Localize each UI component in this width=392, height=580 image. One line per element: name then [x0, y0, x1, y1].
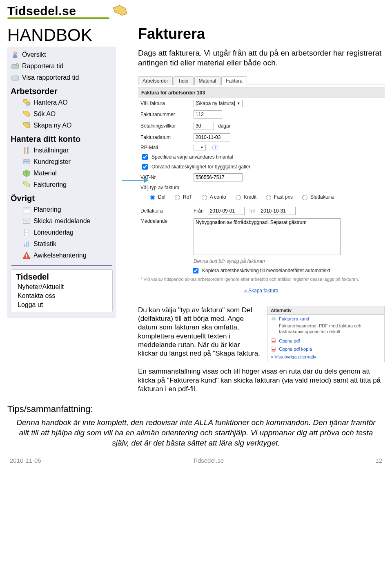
skapa-faktura-link[interactable]: » Skapa faktura	[244, 288, 278, 293]
tab-arbetsorder[interactable]: Arbetsorder	[138, 76, 173, 85]
svg-rect-28	[272, 318, 275, 320]
sidebar-item-installningar[interactable]: Inställningar	[10, 145, 114, 156]
help-note: * Vid val av tidsperiod sökes arbetsorde…	[138, 275, 385, 284]
sidebar-item-awikelse[interactable]: Awikelsehantering	[10, 250, 114, 261]
sidebar-tidsedel-box: Tidsedel Nyheter/Aktuellt Kontakta oss L…	[11, 269, 113, 312]
sidebar-item-statistik[interactable]: Statistik	[10, 238, 114, 250]
alternativ-box: Alternativ Fakturera kund Faktureringsme…	[267, 306, 385, 363]
radio-rot[interactable]: RoT	[173, 194, 192, 200]
till-input[interactable]	[259, 207, 296, 215]
checkbox-omvand[interactable]: Omvänd skatteskyldighet för byggtjänst g…	[138, 162, 385, 172]
svg-marker-27	[144, 177, 149, 183]
svg-rect-23	[28, 242, 29, 247]
row-vatnr: VAT-Nr	[138, 172, 385, 183]
datum-input[interactable]	[194, 133, 230, 141]
chk-specificera[interactable]	[142, 154, 148, 160]
sidebar-item-skapa-ao[interactable]: Skapa ny AO	[10, 120, 114, 131]
svg-rect-6	[12, 76, 19, 80]
alt-visa-ovriga[interactable]: » Visa övriga alternativ	[267, 353, 384, 362]
svg-rect-12	[24, 147, 26, 154]
row-delfaktura: Delfaktura Från Till	[138, 205, 385, 217]
svg-rect-21	[24, 244, 25, 247]
radio-group-typ: Del RoT A conto Kredit Fast pris Slutfak…	[138, 192, 385, 203]
tab-bar: Arbetsorder Tider Material Faktura	[138, 75, 385, 85]
sidebar-label: Hantera AO	[33, 99, 68, 106]
svg-point-2	[13, 52, 16, 55]
radio-fastpris[interactable]: Fast pris	[264, 194, 293, 200]
radio-kredit-input[interactable]	[236, 195, 241, 200]
sidebar-item-kontakta[interactable]: Kontakta oss	[15, 291, 108, 300]
sidebar-item-fakturering[interactable]: Fakturering	[10, 179, 114, 190]
valj-faktura-dropdown[interactable]: [Skapa ny faktura]▼	[194, 100, 243, 107]
checkbox-kopiera[interactable]: Kopiera arbetsbeskrivning till meddeland…	[138, 266, 385, 275]
radio-rot-input[interactable]	[175, 195, 180, 200]
tag-icon	[22, 110, 31, 119]
svg-rect-29	[273, 317, 275, 318]
intro-paragraph: Dags att fakturera. Vi utgår från att du…	[138, 48, 385, 68]
vat-input[interactable]	[194, 173, 243, 181]
svg-rect-15	[23, 161, 30, 162]
logo-text-block: Tidsedel.se	[7, 4, 109, 19]
radio-del-input[interactable]	[150, 195, 155, 200]
sidebar-item-material[interactable]: Material	[10, 168, 114, 179]
sidebar-item-sok-ao[interactable]: Sök AO	[10, 108, 114, 120]
row-betalningsvillkor: Betalningsvillkor dagar	[138, 120, 385, 132]
sidebar-item-logga-ut[interactable]: Logga ut	[15, 300, 108, 309]
tab-tider[interactable]: Tider	[174, 76, 194, 85]
invoice-tag-icon	[22, 180, 31, 189]
sidebar-item-overview[interactable]: Översikt	[10, 49, 114, 60]
sidebar-item-skicka-meddelande[interactable]: Skicka meddelande	[10, 215, 114, 227]
datum-label: Fakturadatum	[140, 134, 189, 140]
pdf-icon	[271, 338, 276, 344]
chevron-down-icon: ▼	[237, 101, 241, 105]
meddelande-textarea[interactable]	[194, 218, 341, 255]
radio-label: Slutfaktura	[310, 194, 334, 200]
alternativ-col: Alternativ Fakturera kund Faktureringsme…	[267, 306, 385, 363]
from-input[interactable]	[208, 207, 245, 215]
rpmall-dropdown[interactable]: ▼	[194, 145, 206, 150]
valj-faktura-label: Välj faktura	[140, 101, 189, 106]
sidebar-item-loneunderlag[interactable]: Löneunderlag	[10, 227, 114, 238]
alt-oppna-pdf[interactable]: Öppna pdf	[267, 337, 384, 345]
radio-fastpris-input[interactable]	[266, 195, 271, 200]
sidebar-item-show-reported[interactable]: Visa rapporterad tid	[10, 72, 114, 83]
radio-slut-input[interactable]	[302, 195, 307, 200]
sidebar-label: Rapportera tid	[22, 63, 63, 70]
radio-slut[interactable]: Slutfaktura	[300, 194, 334, 200]
chk-kopiera[interactable]	[193, 268, 198, 273]
sidebar-label: Planering	[33, 206, 61, 213]
box-icon	[22, 169, 31, 178]
alt-fakturera-kund[interactable]: Fakturera kund	[267, 315, 384, 323]
help-icon[interactable]: i	[212, 145, 218, 150]
radio-kredit[interactable]: Kredit	[234, 194, 256, 200]
sidebar-item-report-time[interactable]: Rapportera tid	[10, 60, 114, 72]
chk-omvand[interactable]	[142, 164, 148, 170]
radio-aconto-input[interactable]	[202, 195, 207, 200]
medd-label: Meddelande	[140, 218, 189, 224]
page-root: Tidsedel.se HANDBOK Översikt Rapportera …	[0, 0, 392, 469]
villkor-input[interactable]	[194, 122, 214, 130]
radio-aconto[interactable]: A conto	[200, 194, 226, 200]
document-icon	[22, 228, 31, 237]
svg-rect-18	[23, 207, 30, 209]
app-window: Arbetsorder Tider Material Faktura Faktu…	[138, 75, 385, 298]
alt-metod-text: Faktureringsmetod: PDF med faktura och f…	[267, 323, 384, 337]
alt-oppna-pdf-kopia[interactable]: Öppna pdf kopia	[267, 345, 384, 353]
para-typ-av-faktura: Du kan välja "typ av faktura" som Del (d…	[138, 306, 261, 363]
sidebar-head-ovrigt: Övrigt	[11, 194, 114, 203]
sidebar-item-hantera-ao[interactable]: Hantera AO	[10, 97, 114, 108]
checkbox-specificera[interactable]: Specificera varje användares timantal	[138, 152, 385, 162]
alt-oppna-pdf-label: Öppna pdf	[279, 338, 300, 343]
tab-faktura[interactable]: Faktura	[221, 76, 247, 85]
row-fakturanummer: Fakturanummer	[138, 109, 385, 120]
svg-rect-33	[272, 349, 275, 351]
sidebar-label: Löneunderlag	[33, 229, 74, 236]
radio-del[interactable]: Del	[148, 194, 165, 200]
sidebar-item-planering[interactable]: Planering	[10, 204, 114, 215]
sidebar-item-kundregister[interactable]: Kundregister	[10, 156, 114, 168]
nummer-label: Fakturanummer	[140, 112, 189, 117]
tab-material[interactable]: Material	[194, 76, 221, 85]
warning-icon	[22, 251, 31, 260]
sidebar-item-nyheter[interactable]: Nyheter/Aktuellt	[15, 282, 108, 291]
nummer-input[interactable]	[194, 110, 222, 119]
